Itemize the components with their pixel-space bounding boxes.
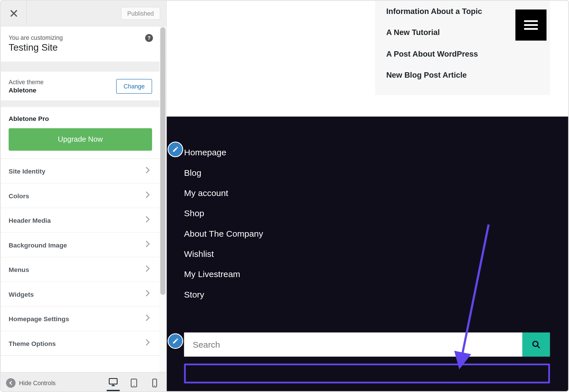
publish-status-button[interactable]: Published: [121, 7, 160, 20]
device-mobile-button[interactable]: [148, 375, 161, 391]
pencil-icon: [172, 338, 179, 344]
sidebar-nav-homepage-settings[interactable]: Homepage Settings: [1, 306, 160, 331]
change-theme-button[interactable]: Change: [116, 79, 152, 94]
chevron-right-icon: [143, 289, 152, 299]
site-title: Testing Site: [9, 42, 152, 53]
nav-label: Header Media: [9, 216, 51, 224]
active-theme-section: Active theme Abletone Change: [1, 72, 160, 101]
help-icon[interactable]: ?: [145, 34, 153, 42]
svg-rect-0: [109, 379, 117, 384]
sidebar-nav-site-identity[interactable]: Site Identity: [1, 159, 160, 183]
nav-label: Theme Options: [9, 340, 56, 347]
sidebar-nav-background-image[interactable]: Background Image: [1, 232, 160, 257]
tablet-icon: [129, 378, 139, 387]
device-desktop-button[interactable]: [107, 375, 120, 391]
edit-shortcut-menu[interactable]: [168, 142, 183, 157]
scrollbar-thumb[interactable]: [160, 27, 165, 295]
search-icon: [532, 340, 540, 349]
menu-toggle-button[interactable]: [515, 9, 547, 40]
hide-controls-button[interactable]: Hide Controls: [6, 378, 56, 387]
post-link[interactable]: New Blog Post Article: [386, 65, 539, 86]
upgrade-button[interactable]: Upgrade Now: [9, 128, 152, 151]
footer-menu-link[interactable]: My Livestream: [184, 264, 263, 284]
footer-menu: HomepageBlogMy accountShopAbout The Comp…: [184, 143, 263, 305]
sidebar-nav-widgets[interactable]: Widgets: [1, 282, 160, 306]
customize-header: ? You are customizing Testing Site: [1, 26, 160, 62]
customizing-label: You are customizing: [9, 34, 152, 41]
footer-menu-link[interactable]: Shop: [184, 203, 263, 224]
footer-menu-link[interactable]: Wishlist: [184, 244, 263, 264]
chevron-right-icon: [143, 338, 152, 348]
annotation-highlight-box: [184, 364, 550, 383]
chevron-right-icon: [143, 264, 152, 275]
customize-nav-list: Site IdentityColorsHeader MediaBackgroun…: [1, 159, 160, 356]
footer-menu-link[interactable]: Blog: [184, 163, 263, 183]
nav-label: Colors: [9, 192, 29, 199]
footer-search: [184, 333, 550, 357]
sidebar-bottom-bar: Hide Controls: [1, 372, 166, 392]
device-tablet-button[interactable]: [128, 375, 141, 391]
sidebar-nav-colors[interactable]: Colors: [1, 183, 160, 208]
hamburger-icon: [524, 20, 538, 30]
search-button[interactable]: [522, 333, 550, 357]
active-theme-name: Abletone: [9, 86, 44, 94]
sidebar-nav-header-media[interactable]: Header Media: [1, 208, 160, 232]
sidebar-topbar: Published: [1, 1, 166, 26]
footer-menu-link[interactable]: About The Company: [184, 224, 263, 244]
desktop-icon: [108, 377, 118, 387]
customize-sidebar: Published ? You are customizing Testing …: [1, 1, 167, 392]
nav-label: Background Image: [9, 241, 67, 249]
pro-title: Abletone Pro: [9, 115, 152, 122]
collapse-icon: [6, 378, 15, 387]
chevron-right-icon: [143, 166, 152, 176]
search-input[interactable]: [184, 333, 522, 357]
mobile-icon: [150, 378, 159, 387]
hide-controls-label: Hide Controls: [19, 379, 56, 386]
nav-label: Site Identity: [9, 167, 45, 175]
pro-upgrade-section: Abletone Pro Upgrade Now: [1, 107, 160, 159]
svg-point-2: [133, 385, 134, 386]
chevron-right-icon: [143, 190, 152, 201]
pencil-icon: [172, 146, 179, 153]
close-icon: [10, 9, 17, 17]
active-theme-label: Active theme: [9, 79, 44, 85]
sidebar-scrollbar[interactable]: [159, 26, 166, 372]
nav-label: Menus: [9, 266, 29, 273]
svg-point-4: [154, 385, 155, 386]
edit-shortcut-search[interactable]: [168, 333, 183, 349]
footer-menu-link[interactable]: My account: [184, 183, 263, 203]
footer-menu-link[interactable]: Story: [184, 284, 263, 305]
sidebar-nav-theme-options[interactable]: Theme Options: [1, 331, 160, 356]
nav-label: Widgets: [9, 290, 34, 298]
chevron-right-icon: [143, 215, 152, 225]
preview-pane: Information About a TopicA New TutorialA…: [167, 1, 569, 392]
sidebar-nav-menus[interactable]: Menus: [1, 257, 160, 282]
footer-menu-link[interactable]: Homepage: [184, 143, 263, 163]
chevron-right-icon: [143, 313, 152, 324]
site-footer: HomepageBlogMy accountShopAbout The Comp…: [167, 117, 569, 392]
close-button[interactable]: [1, 1, 27, 26]
nav-label: Homepage Settings: [9, 315, 69, 322]
chevron-right-icon: [143, 240, 152, 250]
post-link[interactable]: A Post About WordPress: [386, 44, 539, 65]
